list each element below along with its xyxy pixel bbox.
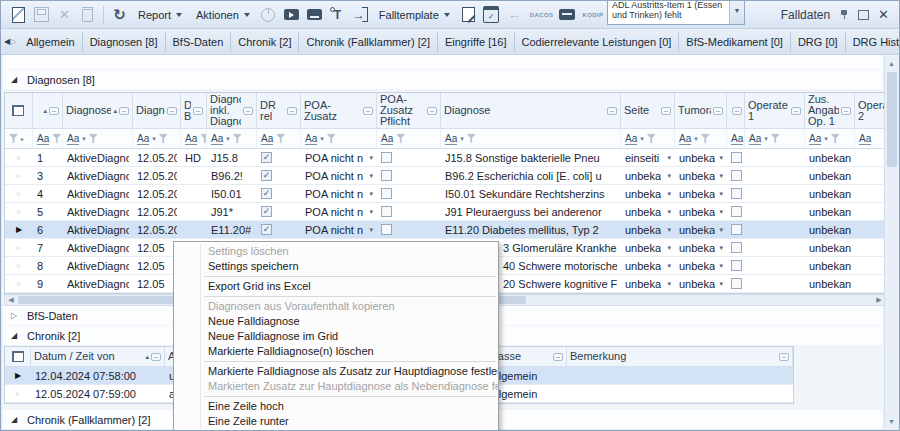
- column-header-code[interactable]: Diagnos inkl. Diagnos: [207, 93, 257, 129]
- filter-dropdown-icon[interactable]: ▾: [320, 135, 324, 143]
- cell-tumoral[interactable]: unbeka▾: [675, 203, 727, 220]
- cell-seite[interactable]: unbeka▾: [621, 221, 675, 238]
- cell-seite[interactable]: unbeka▾: [621, 185, 675, 202]
- filter-clear-icon[interactable]: [701, 134, 710, 143]
- cell-hedia[interactable]: [727, 203, 745, 220]
- cell-op1[interactable]: [745, 149, 805, 166]
- filter-aa-button[interactable]: Aa: [305, 133, 317, 145]
- report-button[interactable]: Report: [131, 6, 189, 24]
- menu-item-eine-zeile-runter[interactable]: Eine Zeile runter: [174, 414, 498, 429]
- chevron-down-icon[interactable]: ▾: [665, 244, 671, 252]
- chevron-down-icon[interactable]: ▾: [665, 208, 671, 216]
- cell-zusop1[interactable]: unbekannt: [805, 239, 855, 256]
- menu-item-neue-falldiagnose-im-grid[interactable]: Neue Falldiagnose im Grid: [174, 329, 498, 344]
- filter-clear-icon[interactable]: [89, 134, 98, 143]
- column-header-poa[interactable]: POA-Zusatz: [301, 93, 377, 129]
- cell-poa[interactable]: POA nicht n▾: [301, 167, 377, 184]
- cell-ind[interactable]: ▹: [5, 167, 33, 184]
- cell-art[interactable]: AktiveDiagnose: [63, 149, 133, 166]
- cell-diagnose[interactable]: J91 Pleuraerguss bei anderenor: [441, 203, 621, 220]
- column-header-num[interactable]: ▴: [33, 93, 63, 129]
- cell-poa[interactable]: POA nicht n▾: [301, 203, 377, 220]
- filter-clear-icon[interactable]: [233, 134, 242, 143]
- cell-tumoral[interactable]: unbeka▾: [675, 275, 727, 292]
- menu-item-settings-speichern[interactable]: Settings speichern: [174, 259, 498, 274]
- chevron-down-icon[interactable]: ▾: [665, 190, 671, 198]
- filter-clear-icon[interactable]: [276, 134, 285, 143]
- warning-dropdown[interactable]: ADL Austritts-Item 1 (Essen und Trinken)…: [607, 0, 745, 25]
- column-pin-icon[interactable]: [49, 107, 59, 115]
- cell-num[interactable]: 3: [33, 167, 63, 184]
- checkbox[interactable]: [381, 188, 392, 199]
- cell-code[interactable]: J91*: [207, 203, 257, 220]
- cell-datum[interactable]: 12.05.2024 07:59:00: [31, 385, 165, 402]
- filter-dropdown-icon[interactable]: ▾: [824, 135, 828, 143]
- cell-op2[interactable]: [855, 203, 886, 220]
- checkbox[interactable]: [731, 260, 742, 271]
- cell-bemerkung[interactable]: [567, 367, 793, 384]
- cell-diabfs[interactable]: [181, 203, 207, 220]
- checkbox[interactable]: [381, 170, 392, 181]
- cell-poapflicht[interactable]: [377, 167, 441, 184]
- scrollbar-thumb[interactable]: [887, 72, 897, 167]
- filter-clear-icon[interactable]: [159, 134, 168, 143]
- tab-diagnosen-8[interactable]: Diagnosen [8]: [83, 32, 166, 52]
- chevron-down-icon[interactable]: ▾: [665, 280, 671, 288]
- cell-drrel[interactable]: ✓: [257, 167, 301, 184]
- section-header-diagnosen[interactable]: ◢ Diagnosen [8]: [3, 70, 882, 89]
- filter-dropdown-icon[interactable]: ▾: [640, 135, 644, 143]
- checkbox[interactable]: [381, 206, 392, 217]
- cell-poa[interactable]: POA nicht n▾: [301, 149, 377, 166]
- column-pin-icon[interactable]: [193, 107, 203, 115]
- filter-clear-icon[interactable]: [200, 134, 207, 143]
- chevron-down-icon[interactable]: ▾: [717, 280, 723, 288]
- column-header-diabfs[interactable]: Dia BfS: [181, 93, 207, 129]
- cell-ind[interactable]: ▹: [5, 257, 33, 274]
- cell-tumoral[interactable]: unbeka▾: [675, 221, 727, 238]
- cell-code[interactable]: B96.2!: [207, 167, 257, 184]
- filter-aa-button[interactable]: Aa: [859, 133, 871, 145]
- chevron-down-icon[interactable]: ▾: [367, 172, 373, 180]
- cell-drrel[interactable]: ✓: [257, 203, 301, 220]
- cell-op1[interactable]: [745, 275, 805, 292]
- cell-op1[interactable]: [745, 257, 805, 274]
- cell-tumoral[interactable]: unbeka▾: [675, 185, 727, 202]
- cell-drrel[interactable]: ✓: [257, 149, 301, 166]
- checkbox[interactable]: ✓: [261, 224, 272, 235]
- checkbox[interactable]: [731, 242, 742, 253]
- filter-clear-icon[interactable]: [771, 134, 780, 143]
- cell-ind[interactable]: ▹: [5, 203, 33, 220]
- cell-op2[interactable]: [855, 149, 886, 166]
- column-pin-icon[interactable]: [607, 107, 617, 115]
- calendar-check-icon[interactable]: [481, 4, 502, 25]
- filter-dropdown-icon[interactable]: ▾: [226, 135, 230, 143]
- tab-codierrelevante-leistungen-0[interactable]: Codierrelevante Leistungen [0]: [515, 32, 680, 52]
- cell-zusop1[interactable]: unbekannt: [805, 203, 855, 220]
- cell-datum[interactable]: 12.05.202: [133, 203, 181, 220]
- cell-op2[interactable]: [855, 257, 886, 274]
- cell-ind[interactable]: ▹: [5, 239, 33, 256]
- column-pin-icon[interactable]: [732, 107, 742, 115]
- chevron-down-icon[interactable]: ▾: [665, 172, 671, 180]
- cell-zusop1[interactable]: unbekannt: [805, 185, 855, 202]
- filter-clear-icon[interactable]: [467, 134, 476, 143]
- menu-item-markierte-falldiagnose-n-löschen[interactable]: Markierte Falldiagnose(n) löschen: [174, 344, 498, 359]
- cell-art[interactable]: AktiveDiagnose: [63, 185, 133, 202]
- cell-poapflicht[interactable]: [377, 185, 441, 202]
- cell-hedia[interactable]: [727, 239, 745, 256]
- filter-aa-button[interactable]: Aa: [445, 133, 457, 145]
- column-header-zusop1[interactable]: Zus. Angabe Op. 1: [805, 93, 855, 129]
- filter-aa-button[interactable]: Aa: [679, 133, 691, 145]
- filter-dropdown-icon[interactable]: ▾: [82, 135, 86, 143]
- aktionen-button[interactable]: Aktionen: [189, 6, 257, 24]
- cell-zusop1[interactable]: unbekannt: [805, 149, 855, 166]
- checkbox[interactable]: [731, 188, 742, 199]
- cell-hedia[interactable]: [727, 167, 745, 184]
- cell-diabfs[interactable]: [181, 167, 207, 184]
- export-icon[interactable]: [350, 4, 371, 25]
- text-tool-icon[interactable]: [327, 4, 348, 25]
- cell-art[interactable]: AktiveDiagnose: [63, 257, 133, 274]
- chevron-down-icon[interactable]: ▼: [729, 0, 744, 24]
- row-expand-icon[interactable]: ▹: [17, 261, 21, 270]
- cell-ind[interactable]: ▶: [5, 367, 31, 384]
